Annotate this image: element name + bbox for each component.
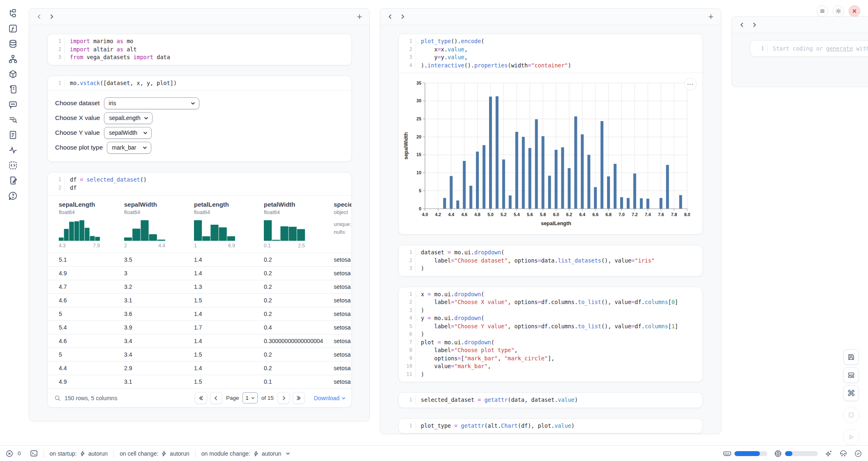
- file-explorer-icon[interactable]: [0, 6, 25, 21]
- add-cell-button[interactable]: +: [708, 12, 713, 21]
- code-editor[interactable]: 1import marimo as mo2import altair as al…: [48, 34, 351, 65]
- svg-text:4.8: 4.8: [474, 212, 480, 217]
- sidebar-rail: [0, 6, 25, 449]
- svg-text:5.4: 5.4: [514, 212, 520, 217]
- chevron-down-icon: [286, 451, 290, 456]
- close-button[interactable]: [849, 5, 860, 17]
- first-page-button[interactable]: [195, 392, 207, 404]
- menu-button[interactable]: [817, 5, 828, 17]
- column-header-sepalLength[interactable]: sepalLengthfloat644.37.9: [59, 201, 124, 249]
- cell-empty: 1 Start coding or generate with: [750, 40, 868, 57]
- copilot-icon[interactable]: [839, 449, 847, 458]
- column-right-arrow[interactable]: [752, 20, 764, 30]
- terminal-button[interactable]: [30, 449, 38, 457]
- control-label: Choose X value: [55, 114, 100, 122]
- column-left-arrow[interactable]: [388, 12, 400, 22]
- choose-dataset-select[interactable]: iris: [104, 97, 199, 109]
- datasources-icon[interactable]: [0, 36, 25, 51]
- table-row[interactable]: 4.63.41.40.30000000000000004setosa: [48, 334, 351, 348]
- svg-text:5.2: 5.2: [501, 212, 507, 217]
- code-editor[interactable]: 1df = selected_dataset()2df: [48, 173, 351, 195]
- search-icon[interactable]: [54, 395, 61, 401]
- column-left-arrow[interactable]: [37, 12, 49, 22]
- documentation-icon[interactable]: [0, 82, 25, 97]
- line-number: 1: [48, 37, 65, 46]
- generate-with-ai-link[interactable]: generate: [826, 45, 853, 52]
- stop-button[interactable]: [843, 407, 859, 423]
- code-editor[interactable]: 1 Start coding or generate with: [750, 41, 868, 56]
- layout-button[interactable]: [843, 367, 859, 383]
- table-row[interactable]: 5.13.51.40.2setosa: [48, 253, 351, 266]
- table-row[interactable]: 4.931.40.2setosa: [48, 266, 351, 280]
- errors-indicator[interactable]: 0: [6, 450, 21, 457]
- svg-text:7.8: 7.8: [671, 212, 677, 217]
- cell-selected-dataset: 1selected_dataset = getattr(data, datase…: [398, 392, 703, 408]
- code-editor[interactable]: 1⌄dataset = mo.ui.dropdown(2 label="Choo…: [399, 245, 702, 276]
- code-editor[interactable]: 1plot_type = getattr(alt.Chart(df), plot…: [399, 419, 702, 433]
- settings-gear-button[interactable]: [833, 5, 844, 17]
- tracing-icon[interactable]: [0, 143, 25, 158]
- functions-icon[interactable]: [0, 21, 25, 36]
- scratchpad-icon[interactable]: [0, 173, 25, 188]
- table-row[interactable]: 4.73.21.30.2setosa: [48, 280, 351, 293]
- column-right-arrow[interactable]: [49, 12, 61, 22]
- table-row[interactable]: 53.41.50.2setosa: [48, 348, 351, 361]
- connection-status-icon[interactable]: [854, 449, 862, 458]
- control-label: Choose dataset: [55, 99, 100, 107]
- column-header-sepalWidth[interactable]: sepalWidthfloat6424.4: [124, 201, 194, 249]
- ai-sparkles-icon[interactable]: [824, 449, 833, 458]
- dependency-graph-icon[interactable]: [0, 51, 25, 67]
- on-module-change-mode[interactable]: on module change: autorun: [201, 450, 291, 457]
- code-editor[interactable]: 1⌄plot_type().encode(2 x=x.value,3 y=y.v…: [399, 34, 702, 73]
- chat-icon[interactable]: [0, 97, 25, 112]
- next-page-button[interactable]: [277, 392, 290, 404]
- choose-x-value-select[interactable]: sepalLength: [104, 112, 152, 124]
- line-number: 2: [399, 46, 416, 54]
- column-1: + 1import marimo as mo2import altair as …: [29, 8, 370, 422]
- packages-icon[interactable]: [0, 67, 25, 82]
- cell-plot: 1⌄plot_type().encode(2 x=x.value,3 y=y.v…: [398, 34, 703, 235]
- last-page-button[interactable]: [293, 392, 305, 404]
- outline-icon[interactable]: [0, 127, 25, 143]
- svg-text:sepalWidth: sepalWidth: [403, 132, 409, 160]
- add-cell-button[interactable]: +: [357, 12, 362, 21]
- pagination: Page 1 of 15: [195, 392, 305, 404]
- table-row[interactable]: 4.63.11.50.2setosa: [48, 293, 351, 307]
- on-startup-label: on startup:: [50, 450, 77, 457]
- svg-text:5: 5: [419, 188, 421, 193]
- column-histogram: 4.37.9: [59, 220, 124, 249]
- table-row[interactable]: 4.42.91.40.2setosa: [48, 361, 351, 375]
- column-2-header: +: [380, 9, 721, 25]
- bar-chart[interactable]: 4.04.24.44.64.85.05.25.45.65.86.06.26.46…: [401, 77, 694, 232]
- code-editor[interactable]: 1⌄x = mo.ui.dropdown(2 label="Choose X v…: [399, 287, 702, 382]
- table-row[interactable]: 4.93.11.50.1setosa: [48, 375, 351, 388]
- table-row[interactable]: 53.61.40.2setosa: [48, 307, 351, 320]
- code-editor[interactable]: 1selected_dataset = getattr(data, datase…: [399, 393, 702, 408]
- choose-y-value-select[interactable]: sepalWidth: [104, 127, 152, 139]
- line-number: 1⌄: [399, 249, 416, 257]
- column-header-petalWidth[interactable]: petalWidthfloat640.12.5: [264, 201, 334, 249]
- download-button[interactable]: Download: [314, 395, 346, 401]
- line-number: 6: [399, 330, 416, 339]
- on-module-change-value: autorun: [262, 450, 281, 457]
- table-row[interactable]: 5.43.91.70.4setosa: [48, 320, 351, 334]
- column-right-arrow[interactable]: [400, 12, 412, 22]
- prev-page-button[interactable]: [210, 392, 222, 404]
- choose-plot-type-select[interactable]: mark_bar: [107, 142, 151, 154]
- svg-text:7.0: 7.0: [619, 212, 625, 217]
- cell-imports: 1import marimo as mo2import altair as al…: [47, 34, 352, 65]
- column-left-arrow[interactable]: [739, 20, 752, 30]
- logs-icon[interactable]: [0, 112, 25, 127]
- code-editor[interactable]: 1mo.vstack([dataset, x, y, plot]): [48, 76, 351, 91]
- column-header-species[interactable]: speciesobjectunique:nulls:: [334, 201, 351, 249]
- snippets-icon[interactable]: [0, 158, 25, 173]
- column-header-petalLength[interactable]: petalLengthfloat6416.9: [194, 201, 264, 249]
- on-startup-mode[interactable]: on startup: autorun: [50, 450, 108, 457]
- help-icon[interactable]: [0, 188, 25, 203]
- on-cell-change-mode[interactable]: on cell change: autorun: [120, 450, 189, 457]
- keyboard-shortcuts-button[interactable]: ⌘: [843, 385, 859, 401]
- run-button[interactable]: [843, 429, 859, 445]
- chart-menu-button[interactable]: •••: [684, 78, 697, 90]
- page-select[interactable]: 1: [242, 392, 257, 403]
- save-button[interactable]: [843, 349, 859, 365]
